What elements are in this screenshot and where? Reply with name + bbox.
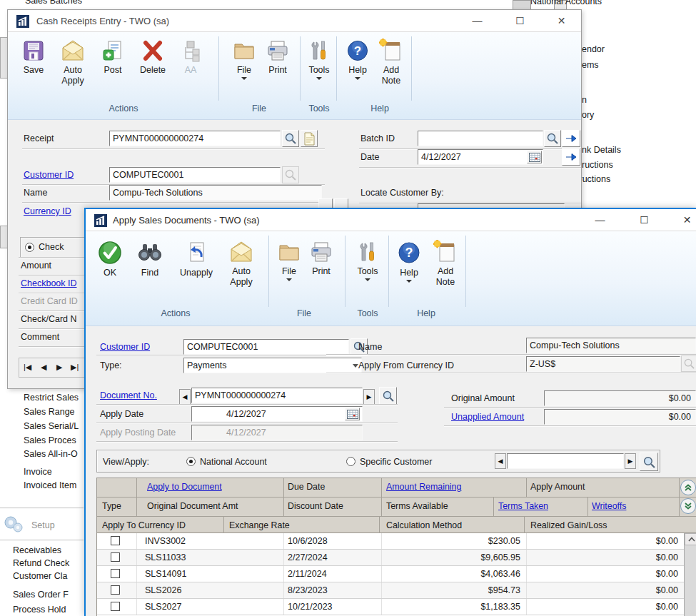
first-record-button[interactable]: |◀ (24, 363, 31, 372)
customer-prev-button[interactable]: ◀ (495, 453, 506, 469)
bg-item-sales-range[interactable]: Sales Range (24, 407, 75, 417)
date-go-button[interactable] (562, 148, 580, 166)
receipt-lookup-button[interactable] (282, 130, 299, 147)
unapplied-amount-link[interactable]: Unapplied Amount (451, 412, 524, 422)
table-row[interactable]: SLS14091 2/11/2024 $4,063.46 $0.00 (97, 566, 684, 582)
checkbook-id-link[interactable]: Checkbook ID (21, 278, 77, 288)
minimize-button[interactable]: — (461, 10, 493, 31)
customer-id-link[interactable]: Customer ID (100, 342, 150, 352)
bg-item-sales-process[interactable]: Sales Proces (24, 435, 76, 445)
document-no-input[interactable]: PYMNT000000000274 (191, 388, 363, 403)
view-customer-lookup-button[interactable] (640, 453, 658, 471)
bg-item-items[interactable]: ems (582, 60, 599, 70)
bg-item-refund-checks[interactable]: Refund Check (13, 558, 69, 568)
bg-item-restrict-sales[interactable]: Restrict Sales (24, 393, 79, 403)
row-apply-checkbox[interactable] (111, 552, 120, 562)
col-amount-remaining[interactable]: Amount Remaining (386, 482, 461, 492)
bg-item-bank-details[interactable]: nk Details (582, 145, 621, 155)
currency-lookup-fragment[interactable] (318, 198, 333, 208)
col-apply-to-document[interactable]: Apply to Document (147, 482, 222, 492)
bg-item-instructions[interactable]: tructions (577, 174, 610, 184)
find-button[interactable]: Find (129, 240, 171, 278)
row-apply-checkbox[interactable] (111, 585, 120, 595)
row-apply-checkbox[interactable] (111, 536, 120, 545)
table-row[interactable]: INVS3002 10/6/2028 $230.05 $0.00 (97, 533, 684, 550)
apply-titlebar[interactable]: Apply Sales Documents - TWO (sa) — ☐ ✕ (86, 209, 696, 231)
bg-item-invoiced-items[interactable]: Invoiced Item (24, 480, 76, 490)
national-account-radio[interactable] (186, 457, 196, 466)
row-apply-checkbox[interactable] (111, 569, 120, 578)
customer-id-input[interactable]: COMPUTEC0001 (183, 339, 349, 355)
col-terms-taken[interactable]: Terms Taken (498, 501, 548, 511)
document-lookup-button[interactable] (379, 387, 397, 405)
view-customer-input[interactable] (507, 453, 624, 469)
last-record-button[interactable]: ▶| (71, 363, 79, 372)
scroll-up-button[interactable] (685, 533, 696, 545)
apply-date-calendar-button[interactable] (345, 408, 360, 420)
bg-item-sales-order[interactable]: Sales Order F (13, 590, 69, 600)
maximize-button[interactable]: ☐ (504, 10, 536, 31)
batch-id-input[interactable] (418, 131, 543, 146)
table-row[interactable]: SLS2026 8/23/2023 $954.73 $0.00 (97, 582, 684, 599)
currency-note-fragment[interactable] (334, 198, 348, 208)
post-button[interactable]: Post (92, 39, 133, 76)
bg-item-sales-all-in-one[interactable]: Sales All-in-O (24, 449, 78, 459)
currency-id-link[interactable]: Currency ID (24, 206, 71, 216)
add-note-button[interactable]: Add Note (370, 39, 412, 86)
next-record-button[interactable]: ▶ (56, 363, 62, 372)
tools-menu-button[interactable]: Tools (347, 240, 388, 281)
bg-item-process-holds[interactable]: Process Hold (13, 605, 66, 615)
expand-rows-button[interactable] (680, 480, 696, 495)
table-row[interactable]: SLS2027 10/21/2023 $1,183.35 $0.00 (97, 599, 684, 615)
document-no-link[interactable]: Document No. (100, 390, 157, 400)
document-prev-button[interactable]: ◀ (179, 389, 191, 405)
bg-item-sales-batches[interactable]: Sales Batches (25, 0, 82, 6)
bg-item-receivables[interactable]: Receivables (13, 545, 61, 555)
apply-date-input[interactable]: 4/12/2027 (191, 406, 363, 422)
bg-item-history[interactable]: ory (582, 110, 594, 120)
col-writeoffs[interactable]: Writeoffs (592, 501, 626, 511)
unapply-button[interactable]: Unapply (176, 240, 217, 278)
bg-item-national-accounts[interactable]: National Accounts (530, 0, 602, 6)
aa-button[interactable]: AA (170, 39, 211, 76)
bg-item-customer-classes[interactable]: Customer Cla (13, 571, 67, 581)
bg-item-vendor[interactable]: endor (582, 44, 605, 54)
bg-item-sales-serial[interactable]: Sales Serial/L (24, 421, 79, 431)
print-button[interactable]: Print (257, 39, 298, 76)
date-calendar-button[interactable] (527, 151, 542, 163)
customer-id-input[interactable]: COMPUTEC0001 (109, 167, 281, 183)
collapse-rows-button[interactable] (680, 498, 696, 514)
close-button[interactable]: ✕ (671, 209, 696, 231)
help-menu-button[interactable]: ? Help (388, 240, 430, 283)
date-input[interactable]: 4/12/2027 (418, 149, 543, 165)
batch-lookup-button[interactable] (544, 130, 561, 147)
receipt-note-button[interactable] (301, 130, 318, 147)
bg-item-instructions[interactable]: ructions (582, 160, 613, 170)
delete-button[interactable]: Delete (132, 39, 173, 76)
row-apply-checkbox[interactable] (111, 602, 120, 611)
maximize-button[interactable]: ☐ (628, 209, 660, 231)
cash-receipts-titlebar[interactable]: Cash Receipts Entry - TWO (sa) — ☐ ✕ (8, 10, 581, 32)
receipt-input[interactable]: PYMNT000000000274 (109, 131, 281, 146)
bg-item-n[interactable]: n (582, 95, 587, 105)
tools-menu-button[interactable]: Tools (298, 39, 340, 80)
document-next-button[interactable]: ▶ (363, 389, 375, 405)
save-button[interactable]: Save (13, 39, 54, 76)
table-row[interactable]: SLS11033 2/27/2024 $9,605.95 $0.00 (97, 550, 684, 566)
customer-next-button[interactable]: ▶ (625, 453, 636, 469)
previous-record-button[interactable]: ◀ (41, 363, 46, 372)
batch-go-button[interactable] (562, 130, 580, 147)
print-button[interactable]: Print (301, 240, 342, 277)
specific-customer-radio[interactable] (346, 457, 355, 466)
auto-apply-button[interactable]: Auto Apply (52, 39, 94, 86)
ok-button[interactable]: OK (89, 240, 131, 278)
bg-item-invoice[interactable]: Invoice (24, 467, 52, 477)
minimize-button[interactable]: — (584, 209, 616, 231)
auto-apply-button[interactable]: Auto Apply (221, 240, 262, 288)
check-radio[interactable] (25, 243, 34, 252)
customer-id-link[interactable]: Customer ID (24, 170, 74, 180)
table-scrollbar[interactable] (684, 533, 696, 616)
add-note-button[interactable]: Add Note (425, 240, 466, 288)
type-dropdown[interactable]: Payments (183, 358, 362, 373)
close-button[interactable]: ✕ (545, 10, 578, 31)
